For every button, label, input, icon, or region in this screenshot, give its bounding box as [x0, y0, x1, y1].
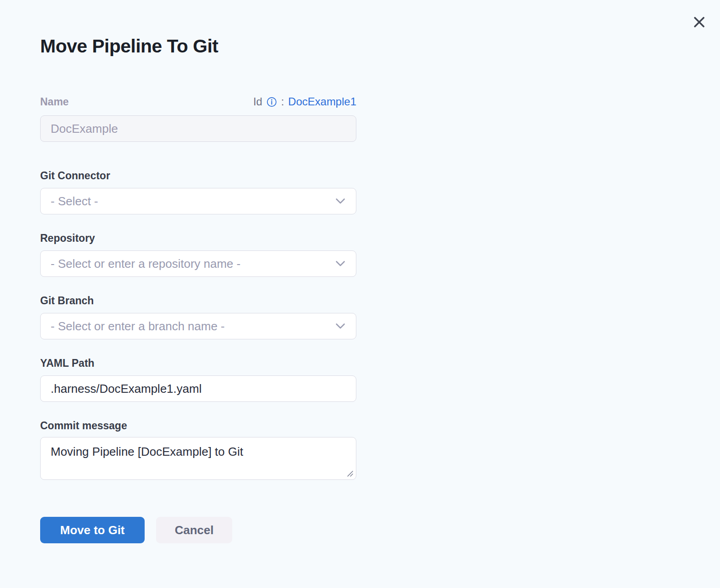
- cancel-button[interactable]: Cancel: [156, 517, 232, 543]
- action-buttons: Move to Git Cancel: [40, 517, 356, 543]
- id-label: Id: [253, 95, 262, 108]
- page-title: Move Pipeline To Git: [40, 35, 356, 57]
- close-icon: [692, 15, 706, 29]
- git-branch-label: Git Branch: [40, 294, 356, 307]
- git-connector-select[interactable]: [40, 188, 356, 214]
- pipeline-id-group: Id : DocExample1: [253, 95, 356, 108]
- repository-input[interactable]: [40, 250, 356, 277]
- git-connector-label: Git Connector: [40, 169, 356, 182]
- pipeline-name-input: [40, 115, 356, 142]
- move-pipeline-modal: Move Pipeline To Git Name Id : DocExampl…: [0, 0, 720, 588]
- git-branch-input[interactable]: [40, 313, 356, 339]
- id-separator: :: [281, 95, 284, 108]
- commit-message-textarea[interactable]: Moving Pipeline [DocExample] to Git: [40, 437, 356, 480]
- modal-content: Move Pipeline To Git Name Id : DocExampl…: [40, 0, 356, 543]
- repository-label: Repository: [40, 232, 356, 245]
- yaml-path-input[interactable]: [40, 375, 356, 402]
- commit-message-field: Moving Pipeline [DocExample] to Git: [40, 437, 356, 480]
- git-connector-input[interactable]: [40, 188, 356, 214]
- name-field: [40, 115, 356, 142]
- close-button[interactable]: [689, 12, 709, 32]
- pipeline-id-value[interactable]: DocExample1: [288, 95, 356, 108]
- yaml-path-label: YAML Path: [40, 357, 356, 369]
- name-label: Name: [40, 96, 69, 108]
- git-branch-select[interactable]: [40, 313, 356, 339]
- name-label-row: Name Id : DocExample1: [40, 94, 356, 109]
- move-to-git-button[interactable]: Move to Git: [40, 517, 145, 543]
- info-icon[interactable]: [266, 97, 277, 107]
- repository-select[interactable]: [40, 250, 356, 277]
- commit-message-label: Commit message: [40, 419, 356, 432]
- resize-handle-icon[interactable]: [346, 470, 354, 477]
